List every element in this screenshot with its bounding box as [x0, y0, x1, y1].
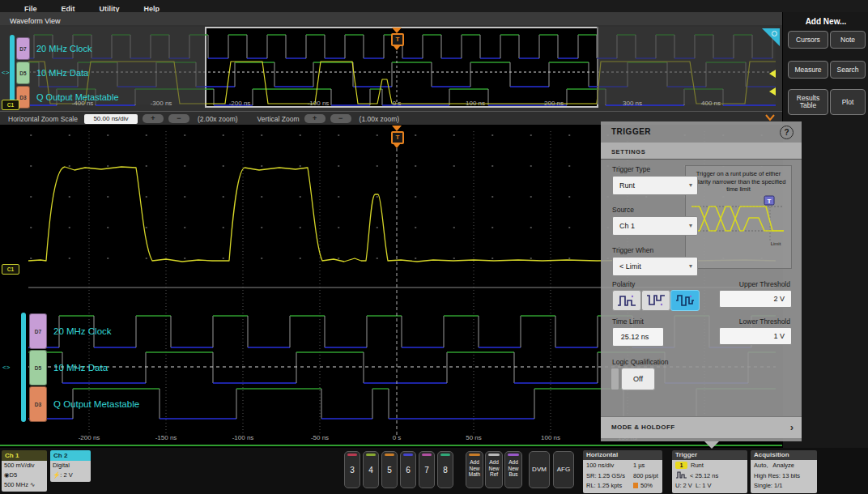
main-time-label: -50 ns	[311, 434, 329, 441]
trigger-position-marker[interactable]: T	[391, 126, 402, 148]
polarity-label: Polarity	[612, 280, 635, 288]
add-new-results-table-button[interactable]: Results Table	[788, 89, 828, 115]
dvm-button[interactable]: DVM	[529, 451, 550, 488]
channel-badge-d5[interactable]: D5	[29, 350, 47, 385]
settings-tab[interactable]: SETTINGS	[601, 143, 802, 160]
channel-row-d3[interactable]: D3Q Output Metastable	[29, 387, 139, 421]
polarity-positive-runt-button[interactable]	[612, 290, 641, 311]
upper-threshold-input[interactable]: 2 V	[719, 290, 792, 308]
overview-time-label: 200 ns	[544, 100, 564, 107]
channel-badge-d7[interactable]: D7	[16, 37, 30, 60]
ch2-badge[interactable]: Ch 2Digital ⚡: 2 V	[50, 450, 91, 482]
channel-label-d7: 20 MHz Clock	[36, 44, 91, 53]
trigger-status[interactable]: Trigger1Runt< 25.12 nsU: 2 V L: 1 V	[672, 450, 747, 493]
settings-tab-label: SETTINGS	[611, 148, 645, 155]
trigger-t-flag: T	[391, 33, 404, 46]
trigger-position-marker[interactable]: T	[391, 28, 402, 50]
channel-row-d5[interactable]: D510 MHz Data	[29, 351, 108, 385]
add-new-note-button[interactable]: Note	[830, 31, 866, 49]
h-zoom-minus-button[interactable]: −	[168, 114, 189, 123]
afg-button[interactable]: AFG	[553, 451, 574, 488]
waveform-overview-strip[interactable]: D720 MHz ClockD510 MHz DataD3Q Output Me…	[0, 25, 782, 111]
logic-qualification-toggle[interactable]: Off	[611, 368, 655, 390]
channel-label-d3: Q Output Metastable	[36, 92, 119, 102]
add-new-math-button[interactable]: Add New Math	[466, 451, 483, 488]
status-value: 1Runt	[675, 461, 745, 471]
oscilloscope-app: FileEditUtilityHelp Waveform View D720 M…	[0, 0, 868, 494]
channel-row-d3[interactable]: D3Q Output Metastable	[16, 87, 119, 108]
channel-6-button[interactable]: 6	[400, 451, 416, 488]
either-runt-icon	[675, 294, 695, 307]
channel-badge-d5[interactable]: D5	[16, 62, 30, 84]
menu-bar: FileEditUtilityHelp	[0, 0, 868, 12]
overview-time-label: 100 ns	[466, 100, 485, 107]
overview-time-label: 400 ns	[701, 100, 721, 107]
channel-label-d5: 10 MHz Data	[36, 68, 88, 78]
channel-row-d7[interactable]: D720 MHz Clock	[29, 314, 112, 348]
overview-time-label: 300 ns	[623, 100, 642, 107]
dropdown-value: Ch 1	[619, 217, 697, 235]
v-zoom-minus-button[interactable]: −	[330, 114, 351, 123]
channel-7-button[interactable]: 7	[419, 451, 435, 488]
channel-5-button[interactable]: 5	[381, 451, 398, 488]
h-zoom-scale-value[interactable]: 50.00 ns/div	[84, 114, 138, 124]
trigger-when-dropdown[interactable]: < Limit▾	[612, 257, 698, 276]
add-new-plot-button[interactable]: Plot	[830, 89, 866, 115]
v-zoom-plus-button[interactable]: +	[304, 114, 326, 123]
negative-runt-icon	[646, 294, 666, 307]
add-new-bus-button[interactable]: Add New Bus	[504, 451, 522, 488]
diagram-trigger-flag: T	[768, 197, 772, 204]
channel-label-d3: Q Output Metastable	[53, 399, 139, 409]
dropdown-value: Runt	[619, 177, 697, 194]
lower-threshold-input[interactable]: 1 V	[719, 327, 792, 345]
main-time-label: 100 ns	[541, 434, 560, 441]
horizontal-status[interactable]: Horizontal100 ns/div1 µsSR: 1.25 GS/s800…	[583, 450, 662, 493]
help-icon[interactable]: ?	[780, 126, 794, 139]
dropdown-value: < Limit	[619, 258, 697, 275]
runt-pulse-icon	[675, 471, 687, 479]
status-value: RL: 1.25 kpts	[586, 481, 633, 492]
logic-qualification-value[interactable]: Off	[621, 368, 655, 390]
channel-8-button[interactable]: 8	[437, 451, 453, 488]
ch1-badge[interactable]: Ch 1500 mV/div ◉D5 500 MHz ∿	[2, 450, 47, 492]
overview-time-label: 0 s	[393, 100, 402, 107]
add-new-ref-button[interactable]: Add New Ref	[485, 451, 503, 488]
channel-label-d7: 20 MHz Clock	[53, 326, 112, 336]
trigger-panel-title: TRIGGER	[611, 127, 651, 136]
polarity-either-runt-button[interactable]	[670, 290, 700, 311]
overview-time-label: -100 ns	[308, 100, 330, 107]
mode-holdoff-section[interactable]: MODE & HOLDOFF ›	[601, 416, 802, 438]
polarity-negative-runt-button[interactable]	[641, 290, 670, 311]
mode-holdoff-label: MODE & HOLDOFF	[611, 424, 674, 431]
channel-4-button[interactable]: 4	[363, 451, 379, 488]
channel-badge-d3[interactable]: D3	[29, 386, 47, 422]
digital-group-expand-icon[interactable]: <>	[2, 69, 9, 76]
add-new-cursors-button[interactable]: Cursors	[788, 31, 828, 49]
channel-row-d5[interactable]: D510 MHz Data	[16, 62, 88, 83]
status-value: 100 ns/div	[586, 461, 633, 471]
channel-row-d7[interactable]: D720 MHz Clock	[16, 38, 91, 59]
add-new-search-button[interactable]: Search	[830, 61, 866, 79]
add-new-title: Add New...	[783, 17, 868, 26]
zoom-overview-icon[interactable]	[762, 28, 780, 46]
toggle-tab[interactable]	[611, 368, 619, 390]
waveform-view-label: Waveform View	[10, 17, 61, 25]
trigger-type-dropdown[interactable]: Runt▾	[612, 176, 698, 195]
channel-badge-d7[interactable]: D7	[29, 313, 47, 349]
acquisition-status[interactable]: AcquisitionAuto, AnalyzeHigh Res: 13 bit…	[751, 450, 817, 493]
channel-3-button[interactable]: 3	[344, 451, 360, 488]
h-zoom-plus-button[interactable]: +	[143, 114, 164, 123]
add-new-measure-button[interactable]: Measure	[788, 61, 828, 79]
channel-number: 8	[438, 466, 453, 475]
time-limit-input[interactable]: 25.12 ns	[612, 327, 664, 347]
source-dropdown[interactable]: Ch 1▾	[612, 216, 698, 236]
digital-group-handle[interactable]	[21, 313, 26, 422]
channel-number: 3	[345, 466, 360, 475]
waveform-view-tab[interactable]: Waveform View	[0, 12, 782, 26]
main-time-label: 0 s	[393, 434, 402, 441]
horizontal-status-title: Horizontal	[583, 450, 662, 460]
digital-group-expand-icon[interactable]: <>	[2, 364, 10, 371]
ch2-badge-title: Ch 2	[50, 450, 91, 461]
digital-group-handle[interactable]	[10, 35, 15, 106]
status-value: < 25.12 ns	[675, 471, 745, 482]
